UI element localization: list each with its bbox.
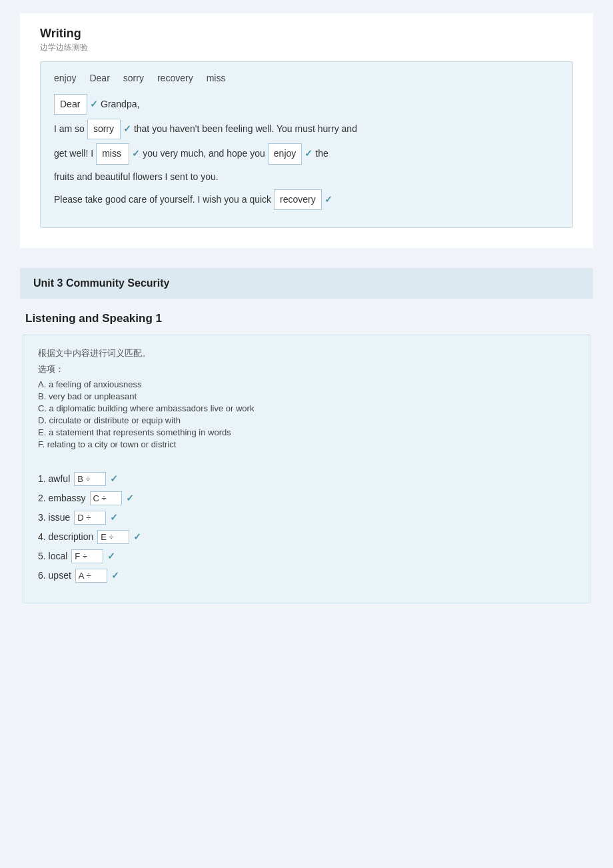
grandpa-text: Grandpa, [101,96,139,113]
writing-subtitle: 边学边练测验 [40,42,573,53]
miss-checkmark: ✓ [132,145,140,162]
match-row-3: 3. issue D ÷ ✓ [38,511,575,525]
match-select-1[interactable]: B ÷ [74,472,106,486]
enjoy-input[interactable]: enjoy [268,143,302,164]
dear-checkmark: ✓ [90,96,98,113]
match-check-6: ✓ [111,570,119,581]
word-bank: enjoy Dear sorry recovery miss [54,73,559,83]
unit-title: Unit 3 Community Security [33,277,169,289]
recovery-input[interactable]: recovery [274,189,322,210]
letter-line-2: I am so sorry ✓ that you haven't been fe… [54,119,559,139]
listening-box: 根据文中内容进行词义匹配。 选项： A. a feeling of anxiou… [23,335,590,603]
option-a: A. a feeling of anxiousness [38,379,575,389]
match-check-1: ✓ [110,473,118,484]
match-select-2[interactable]: C ÷ [90,491,122,505]
options-label: 选项： [38,363,575,375]
match-check-4: ✓ [133,531,141,542]
match-num-4: 4. description [38,531,93,542]
match-num-1: 1. awful [38,473,70,484]
word-miss: miss [207,73,226,83]
match-num-5: 5. local [38,551,67,561]
sorry-checkmark: ✓ [123,121,131,137]
match-select-5[interactable]: F ÷ [71,549,103,563]
word-recovery: recovery [157,73,193,83]
match-num-6: 6. upset [38,570,71,581]
page-container: Writing 边学边练测验 enjoy Dear sorry recovery… [20,13,593,623]
match-row-1: 1. awful B ÷ ✓ [38,472,575,486]
word-dear: Dear [89,73,109,83]
match-select-3[interactable]: D ÷ [74,511,106,525]
match-check-5: ✓ [107,551,115,561]
option-f: F. relating to a city or town or distric… [38,439,575,449]
match-row-4: 4. description E ÷ ✓ [38,530,575,544]
miss-input[interactable]: miss [96,143,129,164]
match-row-5: 5. local F ÷ ✓ [38,549,575,563]
letter-line-3: get well! I miss ✓ you very much, and ho… [54,143,559,164]
line2-prefix: I am so [54,121,85,137]
option-e: E. a statement that represents something… [38,427,575,437]
letter-line-5: Please take good care of yourself. I wis… [54,189,559,210]
match-row-6: 6. upset A ÷ ✓ [38,569,575,583]
option-d: D. circulate or distribute or equip with [38,415,575,425]
option-c: C. a diplomatic building where ambassado… [38,403,575,413]
line2-suffix: that you haven't been feeling well. You … [134,121,357,137]
option-b: B. very bad or unpleasant [38,391,575,401]
match-select-6[interactable]: A ÷ [75,569,107,583]
match-check-3: ✓ [110,512,118,523]
divider [38,460,575,472]
word-sorry: sorry [123,73,144,83]
match-row-2: 2. embassy C ÷ ✓ [38,491,575,505]
writing-section: Writing 边学边练测验 enjoy Dear sorry recovery… [20,13,593,248]
enjoy-checkmark: ✓ [305,145,312,162]
match-select-4[interactable]: E ÷ [97,530,129,544]
line5-prefix: Please take good care of yourself. I wis… [54,191,271,208]
dear-input[interactable]: Dear [54,94,87,115]
word-enjoy: enjoy [54,73,76,83]
option-list: A. a feeling of anxiousness B. very bad … [38,379,575,449]
listening-title: Listening and Speaking 1 [23,312,590,325]
line3-mid: you very much, and hope you [143,145,265,162]
writing-box: enjoy Dear sorry recovery miss Dear ✓ Gr… [40,61,573,228]
letter-line-1: Dear ✓ Grandpa, [54,94,559,115]
letter-line-4: fruits and beautiful flowers I sent to y… [54,169,559,185]
match-num-2: 2. embassy [38,493,86,503]
writing-title: Writing [40,27,573,41]
instruction: 根据文中内容进行词义匹配。 [38,347,575,359]
listening-section: Listening and Speaking 1 根据文中内容进行词义匹配。 选… [20,312,593,623]
line3-suffix: the [315,145,328,162]
match-check-2: ✓ [126,493,134,503]
line4-text: fruits and beautiful flowers I sent to y… [54,169,219,185]
line3-prefix: get well! I [54,145,93,162]
sorry-input[interactable]: sorry [87,119,121,139]
recovery-checkmark: ✓ [324,191,332,208]
unit-header: Unit 3 Community Security [20,268,593,299]
match-num-3: 3. issue [38,512,70,523]
